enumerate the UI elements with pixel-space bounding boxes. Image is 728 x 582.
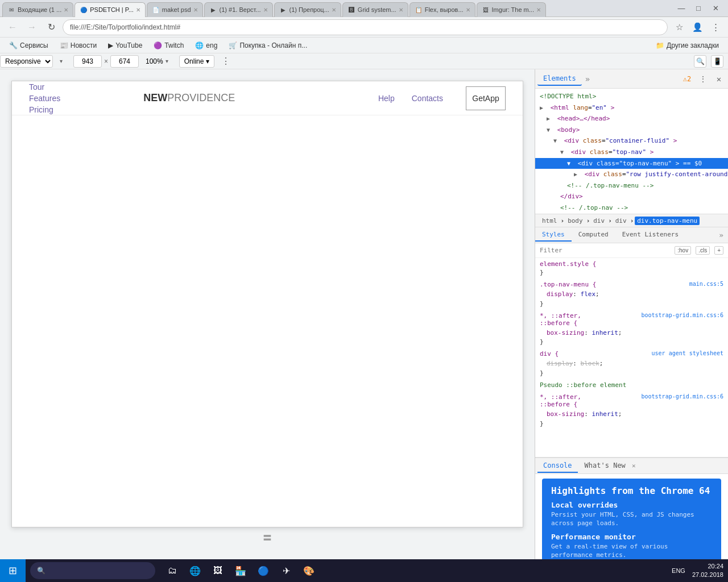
tab-bootstrap-close[interactable]: ✕ (399, 7, 403, 13)
style-selector-div[interactable]: user agent stylesheet div { (540, 350, 723, 357)
bookmark-servisy[interactable]: 🔧 Сервисы (5, 40, 53, 51)
tab-bootstrap[interactable]: 🅱 Grid system... ✕ (342, 2, 408, 17)
devtools-warning-icon[interactable]: ⚠ 2 (680, 72, 694, 86)
event-listeners-tab[interactable]: Event Listeners (615, 228, 685, 242)
more-options-icon[interactable]: ⋮ (221, 56, 230, 66)
taskbar-file-explorer[interactable]: 🗂 (162, 559, 183, 582)
taskbar-photos[interactable]: 🖼 (208, 559, 228, 582)
nav-pricing[interactable]: Pricing (29, 105, 60, 114)
extensions-button[interactable]: ⋮ (708, 19, 723, 35)
minimize-button[interactable]: — (673, 2, 689, 15)
responsive-dropdown-icon[interactable]: ▾ (60, 58, 67, 64)
nav-help[interactable]: Help (378, 94, 395, 103)
back-button[interactable]: ← (5, 19, 20, 35)
taskbar-apps: 🗂 🌐 🖼 🏪 🔵 ✈ 🎨 (162, 559, 319, 582)
tab-psdetch[interactable]: 🔵 PSDETCH | P... ✕ (75, 2, 146, 17)
devtools-close-icon[interactable]: ✕ (712, 72, 726, 86)
tab-gmail[interactable]: ✉ Входящие (1 ... ✕ (2, 2, 73, 17)
height-input[interactable] (110, 55, 139, 68)
devtools-tab-elements[interactable]: Elements (537, 72, 582, 86)
maximize-button[interactable]: □ (690, 2, 706, 15)
bookmark-shopping[interactable]: 🛒 Покупка - Онлайн п... (224, 40, 312, 51)
style-source-main[interactable]: main.css:5 (689, 281, 723, 287)
tree-comment2[interactable]: <!-- /.top-nav --> (535, 202, 728, 214)
style-brace-close-topnavmenu: } (540, 300, 723, 307)
bookmark-other[interactable]: 📁 Другие закладки (651, 40, 723, 51)
taskbar-store[interactable]: 🏪 (230, 559, 251, 582)
taskbar-telegram[interactable]: ✈ (276, 559, 296, 582)
tab-youtube2-close[interactable]: ✕ (332, 7, 336, 13)
style-source-bootstrap[interactable]: bootstrap-grid.min.css:6 (642, 312, 724, 318)
tree-topnavmenu[interactable]: ▼ <div class="top-nav-menu" > == $0 (535, 158, 728, 169)
bookmark-youtube[interactable]: ▶ YouTube (104, 40, 147, 51)
style-source-bootstrap2[interactable]: bootstrap-grid.min.css:6 (642, 393, 724, 400)
tab-gmail-close[interactable]: ✕ (64, 7, 68, 13)
forward-button[interactable]: → (24, 19, 40, 35)
tree-html[interactable]: ▶ <html lang="en" > (535, 102, 728, 114)
style-selector-universal[interactable]: bootstrap-grid.min.css:6 *, ::after, ::b… (540, 312, 723, 327)
tree-doctype[interactable]: <!DOCTYPE html> (535, 91, 728, 102)
zoom-dropdown-icon[interactable]: ▾ (166, 58, 172, 64)
device-toolbar-button[interactable]: 📱 (711, 55, 723, 68)
close-button[interactable]: ✕ (708, 2, 723, 15)
filter-cls-button[interactable]: .cls (696, 246, 710, 255)
tab-imgur[interactable]: 🖼 Imgur: The m... ✕ (477, 2, 546, 17)
devtools-settings-icon[interactable]: ⋮ (696, 72, 710, 86)
bottom-tab-whatsnew[interactable]: What's New ✕ (579, 459, 642, 473)
get-app-button[interactable]: Get App (466, 86, 506, 110)
bookmark-eng[interactable]: 🌐 eng (191, 40, 222, 51)
reload-button[interactable]: ↻ (43, 19, 59, 35)
nav-tour[interactable]: Tour (29, 82, 60, 92)
tab-maket[interactable]: 📄 maket psd ✕ (147, 2, 203, 17)
tree-container[interactable]: ▼ <div class="container-fluid" > (535, 135, 728, 147)
taskbar-figma[interactable]: 🎨 (299, 559, 319, 582)
filter-add-button[interactable]: + (714, 246, 723, 255)
inspect-element-button[interactable]: 🔍 (694, 55, 706, 68)
styles-tab[interactable]: Styles (535, 228, 572, 242)
breadcrumb-body[interactable]: body (565, 217, 585, 225)
filter-hov-button[interactable]: :hov (675, 246, 691, 255)
tab-youtube1-close[interactable]: ✕ (263, 7, 268, 13)
style-panel-more[interactable]: » (714, 228, 728, 242)
whatsnew-close[interactable]: ✕ (632, 462, 636, 469)
bookmark-button[interactable]: ☆ (671, 19, 687, 35)
html-tree[interactable]: <!DOCTYPE html> ▶ <html lang="en" > ▶ <h… (535, 89, 728, 214)
taskbar-search[interactable]: 🔍 (30, 562, 155, 579)
tab-youtube2[interactable]: ▶ (1) Препроц... ✕ (274, 2, 341, 17)
breadcrumb-div1[interactable]: div (591, 217, 607, 225)
tree-comment1[interactable]: <!-- /.top-nav-menu --> (535, 180, 728, 192)
width-input[interactable] (73, 55, 102, 68)
tree-row[interactable]: ▶ <div class="row justify-content-around… (535, 169, 728, 180)
tab-maket-close[interactable]: ✕ (193, 7, 198, 13)
devtools-more-tabs[interactable]: » (583, 72, 592, 86)
nav-contacts[interactable]: Contacts (412, 94, 443, 103)
breadcrumb-active[interactable]: div.top-nav-menu (635, 217, 700, 225)
nav-features[interactable]: Features (29, 94, 60, 103)
computed-tab[interactable]: Computed (572, 228, 615, 242)
tab-flex[interactable]: 📋 Flex, выров... ✕ (410, 2, 475, 17)
tab-psdetch-close[interactable]: ✕ (136, 7, 140, 13)
tab-flex-close[interactable]: ✕ (466, 7, 470, 13)
tree-body[interactable]: ▼ <body> (535, 124, 728, 136)
responsive-select[interactable]: Responsive (0, 55, 53, 68)
style-selector-topnavmenu[interactable]: main.css:5 .top-nav-menu { (540, 281, 723, 288)
bookmark-novosti[interactable]: 📰 Новости (55, 40, 101, 51)
tree-closediv1[interactable]: </div> (535, 191, 728, 202)
style-selector-element[interactable]: element.style { (540, 260, 723, 268)
taskbar-edge[interactable]: 🌐 (185, 559, 205, 582)
bottom-tab-console[interactable]: Console (537, 459, 578, 473)
online-button[interactable]: Online ▾ (179, 55, 214, 68)
address-bar[interactable] (63, 19, 668, 35)
start-button[interactable]: ⊞ (0, 559, 26, 582)
bookmark-twitch[interactable]: 🟣 Twitch (149, 40, 188, 51)
style-selector-universal2[interactable]: bootstrap-grid.min.css:6 *, ::after, ::b… (540, 393, 723, 408)
filter-input[interactable] (540, 247, 670, 254)
tab-imgur-close[interactable]: ✕ (536, 7, 541, 13)
tab-youtube1[interactable]: ▶ (1) #1. Верст... ✕ (204, 2, 273, 17)
tree-topnav[interactable]: ▼ <div class="top-nav" > (535, 147, 728, 158)
breadcrumb-html[interactable]: html (540, 217, 560, 225)
profile-button[interactable]: 👤 (689, 19, 705, 35)
tree-head[interactable]: ▶ <head>…</head> (535, 113, 728, 124)
breadcrumb-div2[interactable]: div (613, 217, 629, 225)
taskbar-chrome[interactable]: 🔵 (253, 559, 274, 582)
